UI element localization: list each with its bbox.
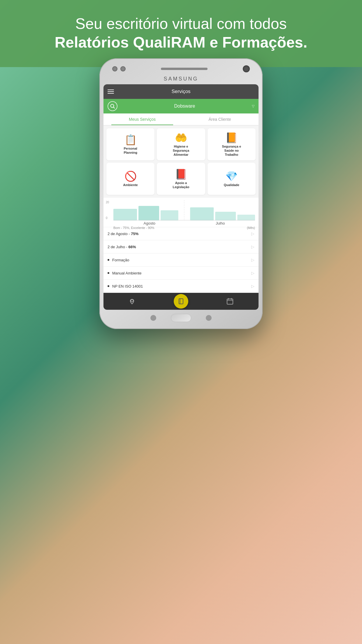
apoio-legislacao-icon: 📕 [175, 169, 187, 179]
bullet-manual [108, 272, 109, 274]
service-seguranca-saude[interactable]: 📙 Segurança eSaúde noTrabalho [208, 128, 256, 160]
bottom-nav [103, 293, 259, 310]
tabs-row: Meus Serviços Área Cliente [103, 113, 259, 125]
list-item-formacao-text: Formação [112, 258, 129, 262]
apoio-legislacao-label: Apoio aLegislação [173, 181, 189, 189]
phone-speaker [161, 68, 208, 70]
list-item-manual[interactable]: Manual Ambiente ▷ [103, 267, 259, 280]
phone-body: SAMSUNG Serviços Do [99, 58, 263, 329]
personal-planning-icon: 📋 [124, 135, 137, 145]
list-item-julho-text: 2 de Julho - 66% [108, 245, 136, 249]
chart-area: 20 0 [103, 198, 259, 227]
seguranca-saude-icon: 📙 [225, 133, 238, 143]
seguranca-saude-label: Segurança eSaúde noTrabalho [222, 144, 241, 157]
hamburger-line-3 [108, 93, 114, 94]
list-item-agosto-left: 2 de Agosto - 75% [108, 232, 138, 236]
chart-y-max: 20 [106, 201, 109, 204]
higiene-seguranca-label: Higiene eSegurançaAlimentar [173, 144, 189, 157]
list-item-formacao[interactable]: Formação ▷ [103, 253, 259, 267]
service-ambiente[interactable]: 🚫 Ambiente [106, 163, 154, 195]
svg-rect-13 [227, 299, 233, 304]
list-item-julho[interactable]: 2 de Julho - 66% ▷ [103, 240, 259, 253]
banner-line2: Relatórios QualiRAM e Formações. [55, 33, 307, 52]
svg-rect-3 [138, 206, 159, 220]
phone-bottom-bar [103, 310, 259, 325]
bullet-iso [108, 285, 109, 287]
list-item-agosto-text: 2 de Agosto - 75% [108, 232, 138, 236]
chart-legend: Bom - 75%, Excelente - 90% (Mês) [113, 226, 255, 230]
dropdown-arrow-icon[interactable]: ▽ [252, 104, 254, 108]
app-header: Serviços [103, 84, 259, 99]
samsung-brand: SAMSUNG [103, 75, 259, 84]
company-name: Dobsware [120, 104, 249, 109]
list-item-iso[interactable]: NP EN ISO 14001 ▷ [103, 280, 259, 293]
chevron-right-icon-2: ▷ [251, 244, 254, 249]
chevron-right-icon-3: ▷ [251, 258, 254, 262]
list-item-iso-left: NP EN ISO 14001 [108, 284, 143, 288]
chart-x-labels: Agosto Julho [113, 221, 255, 225]
nav-calendar-icon[interactable] [226, 298, 234, 305]
chevron-right-icon-4: ▷ [251, 271, 254, 275]
chart-y-min: 0 [106, 216, 109, 220]
services-grid: 📋 PersonalPlanning 🤲 Higiene eSegurançaA… [103, 125, 259, 198]
banner-line1: Seu escritório virtual com todos [75, 15, 287, 33]
ambiente-label: Ambiente [123, 183, 138, 187]
hamburger-line-2 [108, 91, 114, 92]
nav-map-icon[interactable] [128, 298, 136, 305]
ambiente-icon: 🚫 [124, 171, 137, 181]
hamburger-line-1 [108, 90, 114, 90]
nav-center-book-button[interactable] [174, 294, 188, 309]
camera-dot-1 [112, 66, 117, 71]
service-qualidade[interactable]: 💎 Qualidade [208, 163, 256, 195]
svg-rect-11 [179, 299, 183, 304]
chart-canvas [113, 200, 255, 220]
higiene-seguranca-icon: 🤲 [175, 133, 187, 143]
phone-device: SAMSUNG Serviços Do [99, 58, 263, 329]
list-item-iso-text: NP EN ISO 14001 [112, 284, 143, 288]
search-bar: Dobsware ▽ [103, 99, 259, 113]
svg-rect-4 [161, 210, 178, 220]
svg-rect-7 [237, 215, 255, 220]
chevron-right-icon-5: ▷ [251, 284, 254, 288]
phone-cameras [112, 66, 126, 71]
chart-x-julho: Julho [216, 221, 225, 225]
list-item-manual-text: Manual Ambiente [112, 271, 141, 275]
svg-rect-2 [113, 209, 137, 220]
front-camera [243, 65, 250, 72]
chart-legend-right: (Mês) [247, 226, 255, 230]
phone-back-button[interactable] [150, 315, 156, 321]
top-banner: Seu escritório virtual com todos Relatór… [0, 0, 362, 67]
list-section: 2 de Agosto - 75% ▷ 2 de Julho - 66% ▷ F… [103, 227, 259, 293]
service-personal-planning[interactable]: 📋 PersonalPlanning [106, 128, 154, 160]
tab-my-services[interactable]: Meus Serviços [103, 113, 181, 125]
phone-screen: Serviços Dobsware ▽ Meus Serviços [103, 84, 259, 310]
qualidade-label: Qualidade [224, 183, 239, 187]
personal-planning-label: PersonalPlanning [124, 146, 137, 155]
phone-recent-button[interactable] [206, 315, 212, 321]
svg-rect-6 [215, 212, 236, 220]
list-item-formacao-left: Formação [108, 258, 129, 262]
phone-home-button[interactable] [171, 314, 191, 322]
camera-dot-2 [120, 66, 126, 71]
bullet-formacao [108, 259, 109, 261]
list-item-julho-left: 2 de Julho - 66% [108, 245, 136, 249]
chart-y-labels: 20 0 [106, 201, 109, 220]
svg-point-10 [131, 300, 133, 302]
phone-top-bar [103, 62, 259, 75]
list-item-manual-left: Manual Ambiente [108, 271, 141, 275]
chart-legend-text: Bom - 75%, Excelente - 90% [113, 226, 154, 230]
header-title: Serviços [171, 89, 190, 94]
hamburger-menu[interactable] [108, 90, 114, 94]
svg-rect-5 [190, 207, 214, 220]
service-apoio-legislacao[interactable]: 📕 Apoio aLegislação [157, 163, 205, 195]
chevron-right-icon: ▷ [251, 231, 254, 236]
service-higiene-seguranca[interactable]: 🤲 Higiene eSegurançaAlimentar [157, 128, 205, 160]
tab-client-area[interactable]: Área Cliente [181, 113, 259, 125]
chart-x-agosto: Agosto [144, 221, 155, 225]
qualidade-icon: 💎 [225, 171, 238, 181]
svg-line-1 [113, 107, 115, 108]
search-icon[interactable] [108, 101, 117, 111]
